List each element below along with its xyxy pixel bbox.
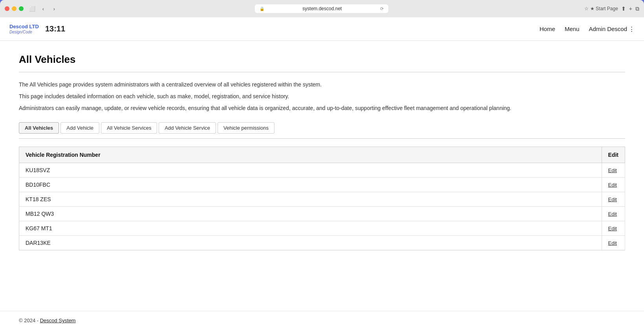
nav-admin[interactable]: Admin Descod ⋮	[589, 26, 635, 33]
reload-icon: ⟳	[380, 6, 384, 11]
tab-all-vehicles[interactable]: All Vehicles	[19, 122, 59, 134]
table-row: KG67 MT1 Edit	[19, 221, 625, 236]
table-row: MB12 QW3 Edit	[19, 207, 625, 221]
cell-edit-5: Edit	[602, 236, 625, 250]
cell-edit-3: Edit	[602, 207, 625, 221]
page-title: All Vehicles	[19, 53, 625, 66]
title-divider	[19, 72, 625, 72]
window-icon[interactable]: ⬜	[27, 4, 37, 13]
tab-add-vehicle[interactable]: Add Vehicle	[60, 122, 99, 134]
browser-window-icons: ⬜ ‹ ›	[27, 4, 59, 13]
start-page-button[interactable]: ☆ ★ Start Page	[584, 6, 618, 11]
traffic-light-yellow[interactable]	[12, 6, 16, 11]
edit-link-0[interactable]: Edit	[608, 167, 617, 173]
logo-line2: Design/Code	[9, 30, 39, 34]
vehicles-table: Vehicle Registration Number Edit KU18SVZ…	[19, 147, 625, 250]
table-header-row: Vehicle Registration Number Edit	[19, 147, 625, 163]
address-bar-wrapper: 🔒 system.descod.net ⟳	[63, 4, 580, 13]
cell-reg-0: KU18SVZ	[19, 163, 602, 178]
browser-content: Descod LTD Design/Code 13:11 Home Menu A…	[0, 17, 644, 325]
app-header: Descod LTD Design/Code 13:11 Home Menu A…	[0, 17, 644, 41]
start-page-label: ★ Start Page	[590, 6, 618, 11]
table-row: BD10FBC Edit	[19, 178, 625, 192]
tab-add-vehicle-service[interactable]: Add Vehicle Service	[159, 122, 216, 134]
lock-icon: 🔒	[260, 7, 264, 11]
cell-reg-2: KT18 ZES	[19, 192, 602, 207]
new-tab-icon[interactable]: +	[629, 6, 632, 12]
description-1: The All Vehicles page provides system ad…	[19, 80, 625, 90]
edit-link-4[interactable]: Edit	[608, 226, 617, 231]
col-header-reg: Vehicle Registration Number	[19, 147, 602, 163]
edit-link-5[interactable]: Edit	[608, 240, 617, 246]
table-row: KU18SVZ Edit	[19, 163, 625, 178]
split-view-icon[interactable]: ⧉	[635, 6, 639, 12]
logo-line1: Descod LTD	[9, 24, 39, 30]
cell-reg-4: KG67 MT1	[19, 221, 602, 236]
address-bar[interactable]: 🔒 system.descod.net ⟳	[255, 4, 388, 13]
admin-menu-icon: ⋮	[629, 26, 635, 33]
cell-edit-1: Edit	[602, 178, 625, 192]
browser-right-icons: ☆ ★ Start Page ⬆ + ⧉	[584, 6, 639, 12]
edit-link-1[interactable]: Edit	[608, 182, 617, 188]
description-3: Administrators can easily manage, update…	[19, 104, 625, 113]
browser-action-icons: ⬆ + ⧉	[621, 6, 639, 12]
url-text: system.descod.net	[267, 6, 378, 11]
page-content: All Vehicles The All Vehicles page provi…	[0, 41, 644, 311]
forward-icon[interactable]: ›	[49, 4, 59, 13]
tab-all-vehicle-services[interactable]: All Vehicle Services	[101, 122, 157, 134]
cell-reg-1: BD10FBC	[19, 178, 602, 192]
footer-text: © 2024 -	[19, 318, 40, 323]
col-header-edit: Edit	[602, 147, 625, 163]
page-footer: © 2024 - Descod System	[0, 311, 644, 325]
back-icon[interactable]: ‹	[38, 4, 48, 13]
nav-home[interactable]: Home	[540, 26, 555, 32]
edit-link-2[interactable]: Edit	[608, 196, 617, 202]
clock: 13:11	[45, 24, 65, 33]
browser-chrome: ⬜ ‹ › 🔒 system.descod.net ⟳ ☆ ★ Start Pa…	[0, 0, 644, 17]
edit-link-3[interactable]: Edit	[608, 211, 617, 217]
header-nav: Home Menu Admin Descod ⋮	[540, 26, 635, 33]
traffic-light-green[interactable]	[19, 6, 24, 11]
nav-menu[interactable]: Menu	[565, 26, 580, 32]
cell-reg-3: MB12 QW3	[19, 207, 602, 221]
logo-area: Descod LTD Design/Code 13:11	[9, 24, 65, 34]
footer-link[interactable]: Descod System	[40, 318, 76, 323]
star-icon: ☆	[584, 6, 589, 11]
cell-edit-4: Edit	[602, 221, 625, 236]
table-row: KT18 ZES Edit	[19, 192, 625, 207]
cell-edit-0: Edit	[602, 163, 625, 178]
tabs-divider	[19, 138, 625, 139]
tabs: All Vehicles Add Vehicle All Vehicle Ser…	[19, 122, 625, 134]
traffic-light-red[interactable]	[5, 6, 9, 11]
share-icon[interactable]: ⬆	[621, 6, 626, 12]
cell-edit-2: Edit	[602, 192, 625, 207]
logo: Descod LTD Design/Code	[9, 24, 39, 34]
table-row: DAR13KE Edit	[19, 236, 625, 250]
traffic-lights	[5, 6, 24, 11]
cell-reg-5: DAR13KE	[19, 236, 602, 250]
description-2: This page includes detailed information …	[19, 92, 625, 101]
tab-vehicle-permissions[interactable]: Vehicle permissions	[218, 122, 274, 134]
admin-label: Admin Descod	[589, 26, 627, 32]
